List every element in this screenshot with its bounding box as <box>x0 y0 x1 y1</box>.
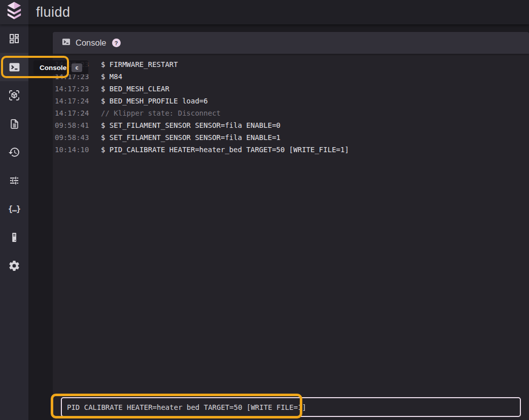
code-braces-icon: {…} <box>8 204 20 214</box>
gear-icon <box>8 260 20 272</box>
console-panel-header[interactable]: Console ? <box>53 32 529 54</box>
highlight-box-console-nav <box>1 56 69 78</box>
dashboard-icon <box>8 32 20 45</box>
line-text: $ PID_CALIBRATE HEATER=heater_bed TARGET… <box>101 144 349 156</box>
shortcut-key-badge: c <box>72 63 82 72</box>
fluidd-layers-icon <box>5 2 23 23</box>
line-text: $ BED_MESH_PROFILE load=6 <box>101 95 208 107</box>
file-document-icon <box>9 118 20 130</box>
app-bar: fluidd <box>0 0 529 24</box>
history-clock-icon <box>8 146 20 158</box>
console-line: 09:58:41 $ SET_FILAMENT_SENSOR SENSOR=fi… <box>55 119 525 131</box>
line-timestamp: 14:17:24 <box>55 107 90 119</box>
fluidd-logo[interactable] <box>0 0 28 24</box>
terminal-icon <box>61 37 71 49</box>
sidebar-item-gcode-preview[interactable] <box>0 81 28 110</box>
console-line: 14:17:23 $ FIRMWARE_RESTART <box>55 58 525 71</box>
console-panel: Console ? 14:17:23 $ FIRMWARE_RESTART 14… <box>53 32 529 420</box>
line-timestamp: 14:17:23 <box>55 83 90 95</box>
line-text: $ SET_FILAMENT_SENSOR SENSOR=fila ENABLE… <box>101 131 280 144</box>
line-text: $ SET_FILAMENT_SENSOR SENSOR=fila ENABLE… <box>101 119 280 131</box>
sidebar-item-system[interactable] <box>0 223 28 252</box>
app-title: fluidd <box>36 5 70 20</box>
sidebar-item-history[interactable] <box>0 138 28 166</box>
sidebar-nav: {…} <box>0 24 28 420</box>
console-log[interactable]: 14:17:23 $ FIRMWARE_RESTART 14:17:23 $ M… <box>53 54 529 397</box>
console-line: 14:17:23 $ M84 <box>55 71 525 83</box>
line-timestamp: 10:14:10 <box>55 144 90 156</box>
line-timestamp: 09:58:43 <box>55 131 90 144</box>
line-timestamp: 14:17:24 <box>55 95 90 107</box>
console-line: 14:17:23 $ BED_MESH_CLEAR <box>55 83 525 95</box>
line-text: // Klipper state: Disconnect <box>101 107 221 119</box>
server-tower-icon <box>8 231 20 243</box>
panel-title: Console <box>76 38 107 48</box>
line-text: $ BED_MESH_CLEAR <box>101 83 169 95</box>
console-line: 14:17:24 $ BED_MESH_PROFILE load=6 <box>55 95 525 107</box>
tune-sliders-icon <box>8 174 20 187</box>
sidebar-item-jobs[interactable] <box>0 110 28 138</box>
console-line: 10:14:10 $ PID_CALIBRATE HEATER=heater_b… <box>55 144 525 156</box>
help-icon[interactable]: ? <box>112 39 121 47</box>
sidebar-item-configure[interactable]: {…} <box>0 195 28 223</box>
cube-scan-icon <box>8 89 20 101</box>
highlight-box-console-input <box>51 394 302 418</box>
sidebar-item-settings[interactable] <box>0 252 28 280</box>
console-line: 14:17:24 // Klipper state: Disconnect <box>55 107 525 119</box>
sidebar-item-dashboard[interactable] <box>0 24 28 53</box>
line-text: $ FIRMWARE_RESTART <box>101 58 178 71</box>
line-text: $ M84 <box>101 71 122 83</box>
sidebar-item-tune[interactable] <box>0 166 28 195</box>
console-line: 09:58:43 $ SET_FILAMENT_SENSOR SENSOR=fi… <box>55 131 525 144</box>
line-timestamp: 09:58:41 <box>55 119 90 131</box>
